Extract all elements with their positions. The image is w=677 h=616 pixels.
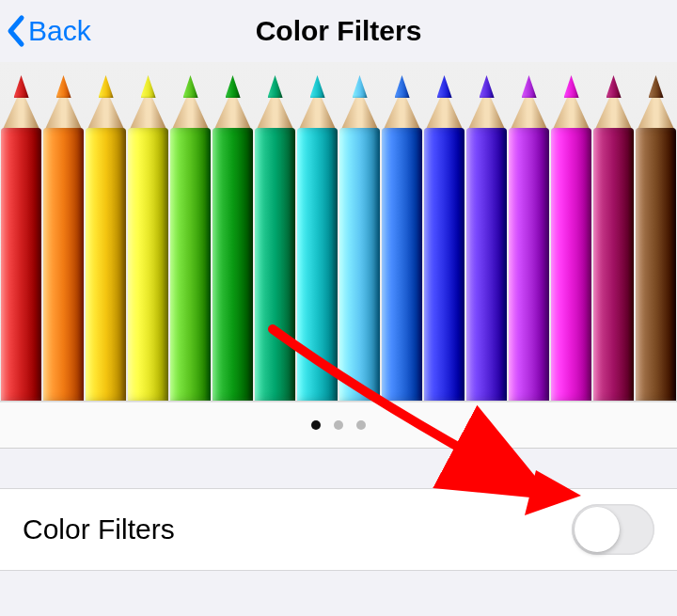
pencil [85, 62, 127, 401]
pencil [0, 62, 42, 401]
pencil [635, 62, 677, 401]
pencil [254, 62, 296, 401]
navbar: Back Color Filters [0, 0, 677, 62]
pencil [338, 62, 381, 401]
pencil [212, 62, 254, 401]
pencil [381, 62, 423, 401]
page-dot[interactable] [311, 420, 321, 430]
pencil [127, 62, 169, 401]
pencil [550, 62, 592, 401]
pencil [296, 62, 338, 401]
pencil [169, 62, 212, 401]
page-dot[interactable] [334, 420, 343, 430]
pencil [508, 62, 550, 401]
pencil [42, 62, 85, 401]
section-spacer [0, 449, 677, 488]
toggle-knob [575, 507, 620, 552]
pencil-row [0, 62, 677, 401]
pencil [465, 62, 508, 401]
color-filters-row: Color Filters [0, 488, 677, 571]
color-filters-toggle[interactable] [572, 504, 654, 555]
page-indicator[interactable] [0, 402, 677, 449]
chevron-left-icon [6, 14, 26, 48]
page-dot[interactable] [356, 420, 366, 430]
page-title: Color Filters [256, 15, 422, 47]
pencil [592, 62, 635, 401]
back-button[interactable]: Back [6, 0, 91, 62]
back-label: Back [28, 15, 91, 47]
pencil [423, 62, 465, 401]
color-filter-preview[interactable] [0, 62, 677, 402]
page-dots [311, 420, 366, 430]
color-filters-label: Color Filters [23, 513, 175, 545]
